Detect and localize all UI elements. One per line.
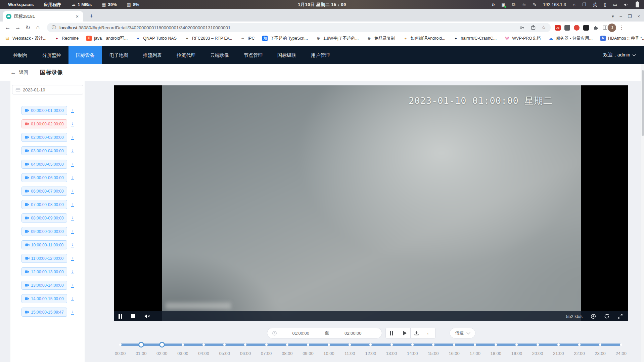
slider-handle[interactable] [557, 344, 560, 346]
slider-handle[interactable] [286, 344, 288, 346]
window-restore-icon[interactable]: ❐ [628, 14, 632, 18]
player-refresh-icon[interactable] [604, 314, 609, 319]
download-recording-icon[interactable]: ↓ [71, 202, 74, 207]
date-picker-input[interactable]: 2023-01-10 [12, 85, 83, 94]
bookmark-item[interactable]: 知 了不起的 TypeScri... [262, 36, 308, 41]
slider-handle[interactable] [223, 344, 226, 346]
playback-speed-dropdown[interactable]: 倍速 [450, 328, 475, 338]
slider-handle[interactable] [599, 344, 601, 346]
password-extension-icon[interactable] [564, 25, 570, 31]
nav-item[interactable]: 控制台 [6, 46, 35, 64]
adblock-extension-icon[interactable] [574, 25, 580, 31]
recording-range-button[interactable]: 08:00:00-09:00:00 [21, 213, 67, 223]
js-extension-icon[interactable]: JS [555, 25, 561, 31]
video-player[interactable]: 2023-01-10 01:00:00 星期二 552 kb/s [114, 85, 628, 321]
play-button[interactable] [398, 328, 411, 338]
download-recording-icon[interactable]: ↓ [71, 283, 74, 288]
slider-handle[interactable] [202, 344, 205, 346]
system-clock[interactable]: 1月10日 星期二 15：09 [298, 2, 346, 8]
back-button[interactable]: 返回 [19, 70, 28, 76]
coffee-tray-icon[interactable]: ☕ [522, 2, 526, 7]
pause-button[interactable] [385, 328, 398, 338]
download-recording-icon[interactable]: ↓ [71, 215, 74, 220]
slider-handle[interactable] [159, 342, 165, 348]
nav-item[interactable]: 分屏监控 [35, 46, 68, 64]
recording-range-button[interactable]: 15:00:00-15:09:47 [21, 308, 67, 317]
browser-menu-kebab-icon[interactable]: ⋮ [619, 25, 624, 31]
slider-handle[interactable] [307, 344, 309, 346]
nav-item[interactable]: 用户管理 [304, 46, 337, 64]
home-tray-icon[interactable]: ⌂ [573, 2, 576, 7]
download-recording-icon[interactable]: ↓ [71, 175, 74, 180]
bookmark-item[interactable]: C java、android可... [86, 36, 128, 41]
recording-range-button[interactable]: 04:00:00-05:00:00 [21, 160, 67, 169]
player-stop-icon[interactable] [131, 314, 135, 318]
slider-handle[interactable] [138, 342, 144, 348]
window-close-icon[interactable]: × [637, 14, 640, 18]
bookmark-item[interactable]: ● QNAP Turbo NAS [135, 36, 177, 41]
recording-range-button[interactable]: 03:00:00-04:00:00 [21, 146, 67, 155]
profile-avatar[interactable]: J [608, 24, 616, 32]
recording-range-button[interactable]: 07:00:00-08:00:00 [21, 200, 67, 209]
recording-range-button[interactable]: 10:00:00-11:00:00 [21, 240, 67, 249]
bookmark-item[interactable]: ▰ IPC [240, 36, 255, 41]
side-panel-icon[interactable] [602, 25, 608, 31]
slider-handle[interactable] [265, 344, 268, 346]
end-time-value[interactable]: 02:00:00 [329, 331, 377, 336]
bookmark-item[interactable]: ⊕ 1.8W字|了不起的... [316, 36, 359, 41]
ip-address-indicator[interactable]: 192.168.1.3 [543, 2, 566, 7]
slider-handle[interactable] [495, 344, 497, 346]
home-icon[interactable]: ⌂ [33, 24, 43, 31]
bookmark-item[interactable]: ▤ Webstack - 设计... [5, 36, 46, 41]
recording-range-button[interactable]: 05:00:00-06:00:00 [21, 173, 67, 182]
bookmark-star-icon[interactable]: ☆ [542, 25, 546, 31]
bookmarks-overflow-icon[interactable]: » [636, 35, 644, 40]
download-recording-icon[interactable]: ↓ [71, 121, 74, 126]
recording-range-button[interactable]: 00:00:00-01:00:00 [21, 106, 67, 115]
recording-range-button[interactable]: 06:00:00-07:00:00 [21, 187, 67, 196]
forward-icon[interactable]: → [13, 24, 23, 31]
recording-range-button[interactable]: 11:00:00-12:00:00 [21, 254, 67, 263]
browser-tab[interactable]: 国标28181 × [3, 11, 83, 22]
slider-handle[interactable] [453, 344, 455, 346]
slider-handle[interactable] [328, 344, 330, 346]
nav-item[interactable]: 推流列表 [136, 46, 169, 64]
recording-range-button[interactable]: 12:00:00-13:00:00 [21, 267, 67, 276]
slider-handle[interactable] [578, 344, 581, 346]
workspaces-button[interactable]: Workspaces [8, 2, 34, 7]
nav-item[interactable]: 云端录像 [203, 46, 236, 64]
nav-item[interactable]: 电子地图 [102, 46, 136, 64]
download-recording-icon[interactable]: ↓ [71, 310, 74, 315]
window-chevron-icon[interactable]: ▾ [612, 14, 614, 18]
download-recording-icon[interactable]: ↓ [71, 229, 74, 234]
slider-handle[interactable] [537, 344, 539, 346]
download-recording-icon[interactable]: ↓ [71, 162, 74, 167]
applications-button[interactable]: 应用程序 [44, 2, 61, 8]
player-pause-icon[interactable] [119, 314, 122, 319]
back-icon[interactable]: ← [3, 24, 13, 31]
nav-item[interactable]: 拉流代理 [169, 46, 203, 64]
download-recording-icon[interactable]: ↓ [71, 256, 74, 261]
slider-handle[interactable] [390, 344, 393, 346]
tab-close-icon[interactable]: × [75, 13, 80, 19]
nav-item[interactable]: 节点管理 [236, 46, 270, 64]
clipboard-tray-icon[interactable]: ⧉ [512, 2, 515, 7]
screenshot-extension-icon[interactable] [583, 25, 589, 31]
reload-icon[interactable]: ↻ [23, 24, 33, 31]
scrollbar-thumb[interactable] [642, 70, 644, 136]
bookmark-item[interactable]: ● Redmine [54, 36, 79, 41]
nav-item[interactable]: 国标级联 [270, 46, 304, 64]
bookmark-item[interactable]: ☁ 服务器 - 轻量应用... [548, 36, 593, 41]
download-recording-icon[interactable]: ↓ [71, 189, 74, 194]
window-minimize-icon[interactable]: – [620, 14, 622, 18]
fullscreen-icon[interactable] [617, 314, 623, 319]
page-scrollbar[interactable] [641, 64, 644, 362]
download-recording-icon[interactable]: ↓ [71, 135, 74, 140]
bookmark-item[interactable]: ● 如何编译Android... [403, 36, 446, 41]
pen-tray-icon[interactable]: ✎ [533, 2, 536, 7]
volume-tray-icon[interactable] [624, 2, 629, 7]
recording-range-button[interactable]: 01:00:00-02:00:00 [21, 119, 67, 128]
seek-back-button[interactable]: ← [423, 328, 435, 338]
download-recording-icon[interactable]: ↓ [71, 242, 74, 247]
slider-handle[interactable] [369, 344, 372, 346]
